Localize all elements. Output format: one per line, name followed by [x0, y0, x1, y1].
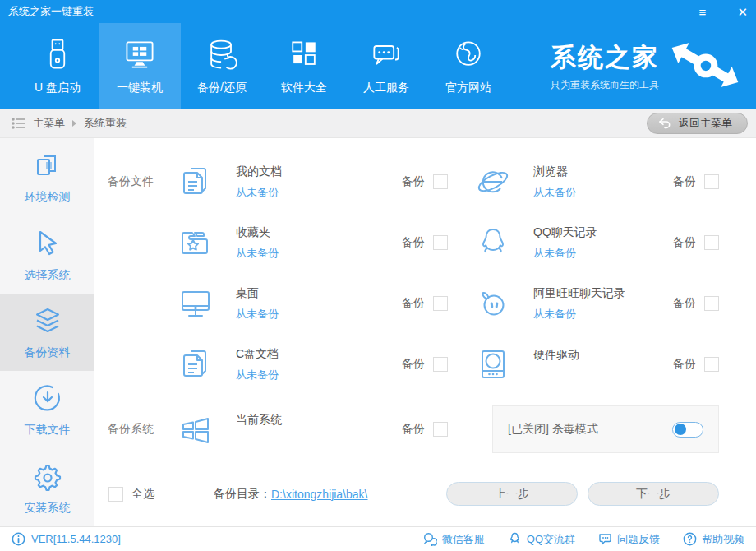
gear-icon	[31, 460, 64, 493]
nav-item-one-click-install[interactable]: 一键装机	[99, 23, 181, 109]
toggle-knob	[675, 424, 686, 435]
item-status: 从未备份	[533, 185, 576, 200]
backup-checkbox-label: 备份	[402, 296, 425, 311]
sidebar-item-env-check[interactable]: 环境检测	[0, 138, 94, 215]
backup-checkbox-label: 备份	[673, 296, 696, 311]
window-title: 系统之家一键重装	[8, 4, 94, 19]
version-info: VER[11.5.44.1230]	[12, 532, 121, 546]
backup-row: 桌面 从未备份 备份	[94, 273, 719, 334]
backup-checkbox-label: 备份	[673, 174, 696, 189]
hardware-drive-icon	[474, 345, 512, 383]
sidebar-item-label: 备份资料	[25, 345, 71, 360]
documents-icon	[177, 163, 214, 201]
backup-checkbox-current-system[interactable]	[433, 422, 448, 437]
item-status: 从未备份	[533, 307, 625, 322]
qq-penguin-icon	[474, 224, 512, 262]
feedback-link[interactable]: 问题反馈	[598, 532, 660, 547]
backup-dir-label: 备份目录：	[214, 487, 271, 502]
backup-item-my-documents: 我的文档 从未备份 备份	[177, 163, 448, 201]
nav-label: U 盘启动	[35, 81, 81, 95]
item-status: 从未备份	[236, 246, 279, 261]
item-status: 从未备份	[236, 185, 282, 200]
main-nav: U 盘启动 一键装机	[0, 23, 756, 109]
backup-checkbox-label: 备份	[402, 422, 425, 437]
previous-step-button[interactable]: 上一步	[446, 482, 578, 506]
item-status: 从未备份	[236, 307, 279, 322]
item-status: 从未备份	[236, 368, 279, 382]
nav-label: 人工服务	[363, 81, 409, 95]
item-name: 阿里旺旺聊天记录	[533, 286, 625, 301]
backup-checkbox-label: 备份	[402, 357, 425, 372]
usb-icon	[39, 37, 76, 73]
nav-item-website[interactable]: 官方网站	[427, 23, 509, 109]
backup-checkbox-browser[interactable]	[704, 174, 719, 189]
footer-link-label: QQ交流群	[527, 532, 575, 547]
backup-item-c-drive-docs: C盘文档 从未备份 备份	[177, 345, 448, 383]
backup-row: 收藏夹 从未备份 备份 QQ聊天记录 从未备份	[94, 212, 719, 273]
backup-item-favorites: 收藏夹 从未备份 备份	[177, 224, 448, 262]
nav-item-usb-boot[interactable]: U 盘启动	[16, 23, 99, 109]
breadcrumb-root[interactable]: 主菜单	[33, 116, 65, 131]
version-text: VER[11.5.44.1230]	[31, 533, 121, 545]
backup-dir-link[interactable]: D:\xitongzhijia\bak\	[271, 488, 368, 501]
antivirus-mode-label: [已关闭] 杀毒模式	[508, 422, 598, 437]
wechat-support-link[interactable]: 微信客服	[423, 532, 485, 547]
help-icon	[683, 532, 697, 546]
sidebar-item-install-system[interactable]: 安装系统	[0, 449, 94, 526]
backup-checkbox-c-drive-docs[interactable]	[433, 357, 448, 372]
backup-checkbox-label: 备份	[402, 235, 425, 250]
backup-checkbox-my-documents[interactable]	[433, 174, 448, 189]
cursor-icon	[31, 227, 64, 260]
backup-item-hardware-drivers: 硬件驱动 备份	[448, 345, 719, 383]
title-bar: 系统之家一键重装 ≡ _ ✕	[0, 0, 756, 23]
backup-row: 备份文件 我的文档 从未备份 备份	[94, 151, 719, 212]
sidebar-item-label: 安装系统	[25, 501, 71, 516]
backup-checkbox-label: 备份	[673, 357, 696, 372]
help-videos-link[interactable]: 帮助视频	[683, 532, 744, 547]
nav-item-backup-restore[interactable]: 备份/还原	[181, 23, 263, 109]
backup-system-row: 备份系统 当前系统 备份	[94, 395, 719, 464]
backup-checkbox-label: 备份	[402, 174, 425, 189]
nav-item-service[interactable]: 人工服务	[345, 23, 427, 109]
back-arrow-icon	[657, 117, 672, 130]
backup-files-section-label: 备份文件	[94, 174, 177, 189]
footer-link-label: 微信客服	[442, 532, 485, 547]
database-restore-icon	[203, 37, 241, 73]
backup-checkbox-desktop[interactable]	[433, 296, 448, 311]
backup-item-qq-chat: QQ聊天记录 从未备份 备份	[448, 224, 719, 262]
backup-item-current-system: 当前系统 备份	[177, 410, 448, 448]
backup-row: C盘文档 从未备份 备份	[94, 334, 719, 395]
sidebar-item-download-files[interactable]: 下载文件	[0, 371, 94, 448]
status-bar: VER[11.5.44.1230] 微信客服 QQ交流群	[0, 526, 756, 551]
documents-icon	[177, 345, 214, 383]
backup-checkbox-hardware-drivers[interactable]	[704, 357, 719, 372]
backup-checkbox-wangwang-chat[interactable]	[704, 296, 719, 311]
antivirus-mode-toggle[interactable]	[672, 422, 703, 438]
item-name: 收藏夹	[236, 225, 279, 240]
nav-item-software[interactable]: 软件大全	[263, 23, 345, 109]
breadcrumb-arrow-icon	[72, 120, 76, 127]
info-icon	[12, 532, 25, 546]
close-icon[interactable]: ✕	[737, 6, 748, 18]
minimize-icon[interactable]: _	[719, 7, 724, 16]
breadcrumb: 主菜单 系统重装 返回主菜单	[0, 109, 756, 138]
select-all-checkbox[interactable]	[108, 487, 123, 502]
sidebar-item-label: 下载文件	[25, 423, 71, 438]
back-to-main-menu-button[interactable]: 返回主菜单	[647, 113, 748, 134]
sidebar-item-backup-data[interactable]: 备份资料	[0, 294, 94, 371]
breadcrumb-current: 系统重装	[84, 116, 127, 131]
footer-link-label: 问题反馈	[617, 532, 660, 547]
item-name: 硬件驱动	[533, 348, 579, 363]
backup-checkbox-favorites[interactable]	[433, 235, 448, 250]
nav-label: 官方网站	[445, 81, 491, 95]
item-name: C盘文档	[236, 347, 279, 362]
qq-group-link[interactable]: QQ交流群	[508, 532, 575, 547]
sidebar-item-select-system[interactable]: 选择系统	[0, 215, 94, 293]
backup-checkbox-qq-chat[interactable]	[704, 235, 719, 250]
backup-item-wangwang-chat: 阿里旺旺聊天记录 从未备份 备份	[448, 285, 719, 322]
brand-tagline: 只为重装系统而生的工具	[551, 78, 659, 92]
nav-label: 软件大全	[281, 81, 327, 95]
next-step-button[interactable]: 下一步	[588, 482, 719, 506]
menu-icon[interactable]: ≡	[699, 6, 707, 18]
monitor-windows-icon	[121, 37, 159, 73]
